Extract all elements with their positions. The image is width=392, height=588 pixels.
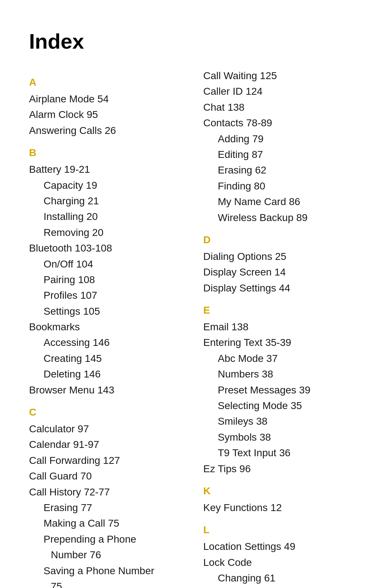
index-entry: Deleting 146 — [29, 366, 189, 382]
index-entry: Pairing 108 — [29, 272, 189, 287]
index-entry: Prepending a Phone — [29, 531, 189, 547]
section-letter-d: D — [203, 234, 363, 246]
index-entry: Calculator 97 — [29, 421, 189, 437]
index-entry: Location Settings 49 — [203, 539, 363, 554]
index-entry: Saving a Phone Number — [29, 563, 189, 579]
index-entry: Battery 19-21 — [29, 162, 189, 177]
index-entry: Smileys 38 — [203, 413, 363, 429]
section-letter-k: K — [203, 485, 363, 497]
index-entry: Email 138 — [203, 319, 363, 335]
section-letter-l: L — [203, 524, 363, 536]
index-entry: Ez Tips 96 — [203, 461, 363, 477]
index-entry: Locking Your Phone 60 — [203, 586, 363, 588]
index-entry: Call Waiting 125 — [203, 68, 363, 83]
index-entry: Chat 138 — [203, 99, 363, 115]
content-columns: AAirplane Mode 54Alarm Clock 95Answering… — [29, 68, 363, 588]
index-entry: 75 — [29, 579, 189, 588]
index-entry: Airplane Mode 54 — [29, 91, 189, 107]
index-entry: Preset Messages 39 — [203, 382, 363, 398]
index-entry: Answering Calls 26 — [29, 123, 189, 138]
index-entry: Caller ID 124 — [203, 83, 363, 99]
index-entry: Abc Mode 37 — [203, 351, 363, 366]
index-entry: Editing 87 — [203, 147, 363, 162]
section-letter-a: A — [29, 77, 189, 88]
index-entry: Call Forwarding 127 — [29, 453, 189, 468]
index-entry: Dialing Options 25 — [203, 249, 363, 264]
index-entry: Calendar 91-97 — [29, 437, 189, 452]
index-entry: Wireless Backup 89 — [203, 210, 363, 225]
index-entry: Entering Text 35-39 — [203, 335, 363, 350]
index-entry: Settings 105 — [29, 303, 189, 319]
index-entry: Profiles 107 — [29, 287, 189, 303]
index-entry: Numbers 38 — [203, 366, 363, 382]
left-column: AAirplane Mode 54Alarm Clock 95Answering… — [29, 68, 189, 588]
index-entry: Lock Code — [203, 555, 363, 570]
index-entry: Accessing 146 — [29, 335, 189, 350]
index-entry: Charging 21 — [29, 193, 189, 209]
index-entry: Erasing 62 — [203, 162, 363, 178]
index-entry: Bluetooth 103-108 — [29, 240, 189, 256]
index-entry: Symbols 38 — [203, 429, 363, 445]
index-entry: Selecting Mode 35 — [203, 398, 363, 413]
index-entry: Alarm Clock 95 — [29, 107, 189, 122]
index-entry: Making a Call 75 — [29, 515, 189, 531]
index-entry: Erasing 77 — [29, 500, 189, 515]
index-entry: Call History 72-77 — [29, 484, 189, 500]
page-title: Index — [29, 29, 363, 53]
index-entry: Browser Menu 143 — [29, 382, 189, 398]
index-entry: Installing 20 — [29, 209, 189, 224]
index-entry: Display Settings 44 — [203, 280, 363, 296]
section-letter-e: E — [203, 305, 363, 316]
index-entry: T9 Text Input 36 — [203, 445, 363, 461]
index-entry: Creating 145 — [29, 351, 189, 366]
section-letter-c: C — [29, 407, 189, 418]
index-entry: Call Guard 70 — [29, 468, 189, 484]
section-letter-b: B — [29, 147, 189, 159]
index-entry: Display Screen 14 — [203, 264, 363, 280]
index-entry: Capacity 19 — [29, 177, 189, 193]
right-column: Call Waiting 125Caller ID 124Chat 138Con… — [203, 68, 363, 588]
index-entry: Adding 79 — [203, 131, 363, 147]
index-entry: Removing 20 — [29, 225, 189, 240]
index-entry: Finding 80 — [203, 178, 363, 194]
index-entry: On/Off 104 — [29, 256, 189, 272]
index-entry: My Name Card 86 — [203, 194, 363, 209]
index-entry: Bookmarks — [29, 319, 189, 335]
index-entry: Contacts 78-89 — [203, 115, 363, 131]
index-entry: Changing 61 — [203, 570, 363, 586]
page-container: Index AAirplane Mode 54Alarm Clock 95Ans… — [0, 0, 392, 588]
index-entry: Key Functions 12 — [203, 500, 363, 515]
index-entry: Number 76 — [29, 547, 189, 563]
